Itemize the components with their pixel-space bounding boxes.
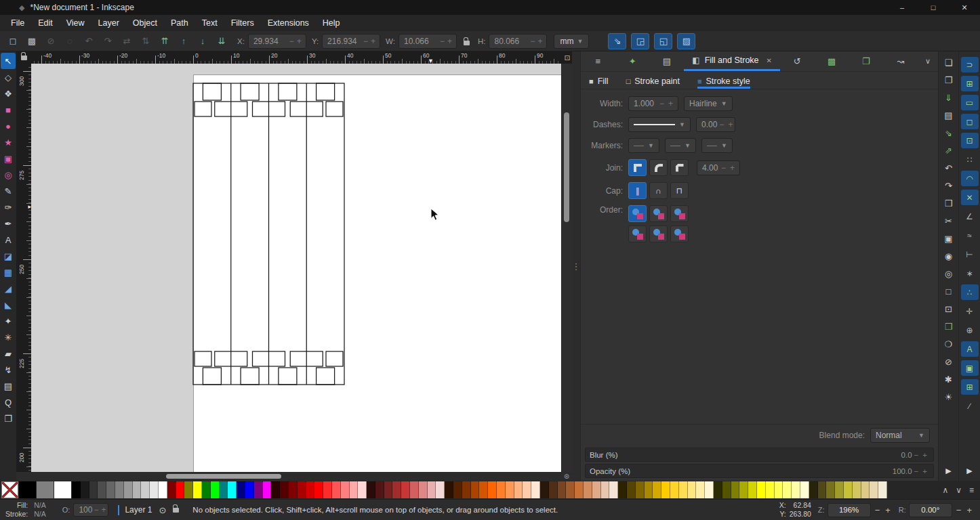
object-opacity-field[interactable]: 100 −+ bbox=[73, 503, 108, 517]
zoom-center-page-button[interactable]: ⊡ bbox=[945, 305, 952, 313]
dash-pattern-dropdown[interactable]: ▼ bbox=[628, 117, 691, 132]
color-swatch[interactable] bbox=[531, 481, 540, 498]
color-swatch[interactable] bbox=[835, 481, 844, 498]
black-swatch[interactable] bbox=[19, 481, 36, 498]
white-swatch[interactable] bbox=[54, 481, 71, 498]
snap-rotation-centers-toggle[interactable]: ⊕ bbox=[961, 322, 979, 338]
snap-smooth-nodes-toggle[interactable]: ≈ bbox=[961, 228, 979, 243]
color-swatch[interactable] bbox=[436, 481, 445, 498]
color-swatch[interactable] bbox=[800, 481, 809, 498]
palette-scroll-up-button[interactable]: ∧ bbox=[942, 485, 948, 495]
node-editor-tool[interactable]: ◇ bbox=[1, 69, 16, 85]
color-swatch[interactable] bbox=[540, 481, 549, 498]
select-all-layers-button[interactable]: ▩ bbox=[23, 33, 41, 49]
cut-button[interactable]: ✂ bbox=[945, 217, 952, 225]
x-field[interactable]: 29.934−+ bbox=[248, 34, 306, 49]
canvas[interactable] bbox=[31, 64, 561, 472]
vertical-ruler[interactable]: 300275250225200▸ bbox=[16, 64, 31, 472]
stroke-width-field[interactable]: 1.000 −+ bbox=[628, 96, 678, 111]
menu-item-extensions[interactable]: Extensions bbox=[261, 16, 316, 30]
color-swatch[interactable] bbox=[853, 481, 861, 498]
touch-selection-toggle-button[interactable]: ◌ bbox=[61, 33, 79, 49]
horizontal-ruler[interactable]: -40-30-20-100102030405060708090▼ bbox=[31, 51, 561, 64]
open-document-button[interactable]: ❐ bbox=[945, 76, 953, 85]
zoom-field[interactable]: 196% bbox=[828, 503, 871, 517]
snap-nodes-toggle[interactable]: ◠ bbox=[961, 171, 979, 186]
current-layer-name[interactable]: Layer 1 bbox=[125, 505, 152, 515]
color-swatch[interactable] bbox=[167, 481, 176, 498]
color-swatch[interactable] bbox=[98, 481, 106, 498]
color-swatch[interactable] bbox=[558, 481, 567, 498]
color-swatch[interactable] bbox=[757, 481, 766, 498]
color-swatch[interactable] bbox=[106, 481, 115, 498]
color-swatch[interactable] bbox=[731, 481, 740, 498]
color-swatch[interactable] bbox=[341, 481, 350, 498]
bevel-join-button[interactable] bbox=[670, 159, 689, 176]
fill-stroke-indicator[interactable]: Fill: N/A Stroke: N/A bbox=[0, 501, 53, 519]
stroke-width-unit-dropdown[interactable]: Hairline ▼ bbox=[684, 96, 733, 111]
minus-icon[interactable]: − bbox=[288, 37, 295, 46]
pen-tool[interactable]: ✑ bbox=[1, 199, 16, 215]
minus-icon[interactable]: − bbox=[529, 37, 536, 46]
raise-to-top-button[interactable]: ⇈ bbox=[156, 33, 173, 49]
plus-icon[interactable]: + bbox=[920, 467, 929, 475]
color-swatch[interactable] bbox=[636, 481, 645, 498]
color-swatch[interactable] bbox=[184, 481, 193, 498]
color-swatch[interactable] bbox=[228, 481, 237, 498]
menu-item-layer[interactable]: Layer bbox=[91, 16, 126, 30]
snap-object-centers-toggle[interactable]: ✛ bbox=[961, 303, 979, 319]
h-field[interactable]: 80.066−+ bbox=[489, 34, 547, 49]
color-swatch[interactable] bbox=[679, 481, 688, 498]
color-swatch[interactable] bbox=[766, 481, 775, 498]
text-tool[interactable]: A bbox=[1, 232, 16, 248]
color-swatch[interactable] bbox=[653, 481, 661, 498]
color-swatch[interactable] bbox=[263, 481, 272, 498]
color-swatch[interactable] bbox=[775, 481, 783, 498]
snap-bbox-toggle[interactable]: ⊞ bbox=[961, 76, 979, 91]
palette-scroll-down-button[interactable]: ∨ bbox=[956, 485, 962, 495]
tab-stroke-paint[interactable]: □ Stroke paint bbox=[626, 77, 680, 89]
snap-enable-toggle[interactable]: ⊃ bbox=[961, 57, 979, 72]
palette-menu-button[interactable]: ≡ bbox=[969, 485, 974, 495]
color-swatch[interactable] bbox=[314, 481, 323, 498]
tweak-tool[interactable]: ✦ bbox=[1, 313, 16, 329]
new-document-button[interactable]: ❏ bbox=[945, 58, 953, 67]
import-button[interactable]: ⇘ bbox=[945, 129, 952, 137]
lock-guides-icon[interactable] bbox=[21, 56, 27, 60]
measure-tool[interactable]: ▤ bbox=[1, 378, 16, 394]
order-fill-markers-stroke-button[interactable] bbox=[628, 225, 647, 242]
save-document-button[interactable]: ⇓ bbox=[945, 93, 952, 102]
zoom-selection-button[interactable]: ◉ bbox=[945, 252, 952, 261]
snap-bar-expander[interactable]: ▶ bbox=[966, 467, 972, 475]
mesh-gradient-tool[interactable]: ▦ bbox=[1, 264, 16, 280]
color-swatch[interactable] bbox=[358, 481, 367, 498]
tab-fill[interactable]: ■ Fill bbox=[589, 77, 609, 89]
snap-bbox-edges-toggle[interactable]: ▭ bbox=[961, 95, 979, 110]
export-button[interactable]: ⇗ bbox=[945, 146, 952, 155]
color-swatch[interactable] bbox=[618, 481, 627, 498]
color-swatch[interactable] bbox=[592, 481, 601, 498]
color-swatch[interactable] bbox=[818, 481, 827, 498]
color-swatch[interactable] bbox=[350, 481, 359, 498]
blur-slider[interactable]: Blur (%) 0.0 −+ bbox=[585, 448, 934, 462]
dock-splitter-handle[interactable]: ⋮ bbox=[572, 51, 580, 481]
deselect-button[interactable]: ⊘ bbox=[42, 33, 60, 49]
color-swatch[interactable] bbox=[861, 481, 870, 498]
print-document-button[interactable]: ▤ bbox=[944, 111, 952, 120]
order-markers-stroke-fill-button[interactable] bbox=[670, 225, 689, 242]
dropper-tool[interactable]: ◢ bbox=[1, 280, 16, 297]
color-swatch[interactable] bbox=[245, 481, 254, 498]
unlink-clone-button[interactable]: ⊘ bbox=[945, 358, 952, 366]
transform-corners-toggle[interactable]: ◲ bbox=[631, 33, 649, 49]
undo-history-dialog-tab[interactable]: ↺ bbox=[780, 51, 815, 71]
spray-tool[interactable]: ✳ bbox=[1, 329, 16, 345]
transform-gradient-toggle[interactable]: ◱ bbox=[654, 33, 672, 49]
color-swatch[interactable] bbox=[271, 481, 280, 498]
eraser-tool[interactable]: ▰ bbox=[1, 345, 16, 362]
connector-tool[interactable]: ↯ bbox=[1, 362, 16, 378]
layer-lock-icon[interactable] bbox=[173, 508, 179, 513]
gray-swatch[interactable] bbox=[37, 481, 54, 498]
color-swatch[interactable] bbox=[193, 481, 202, 498]
y-field[interactable]: 216.934−+ bbox=[322, 34, 380, 49]
minus-icon[interactable]: − bbox=[92, 505, 100, 515]
